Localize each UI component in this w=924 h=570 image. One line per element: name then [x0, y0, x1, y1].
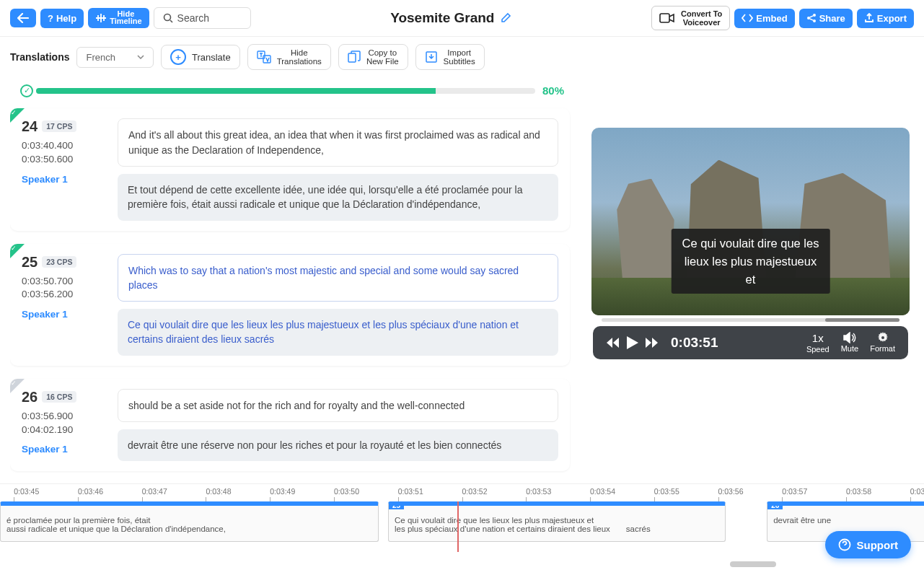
search-icon	[163, 13, 173, 23]
timeline[interactable]: 0:03:450:03:460:03:470:03:480:03:490:03:…	[0, 483, 924, 570]
code-icon	[742, 14, 753, 22]
original-text[interactable]: Which was to say that a nation's most ma…	[118, 254, 558, 302]
ruler-tick: 0:03:52	[462, 487, 488, 496]
status-ribbon	[10, 108, 25, 123]
import-icon	[425, 51, 438, 63]
timeline-clip[interactable]: 25Ce qui voulait dire que les lieux les …	[388, 501, 726, 542]
playhead[interactable]	[457, 501, 459, 552]
export-button[interactable]: Export	[857, 9, 914, 28]
speaker-label[interactable]: Speaker 1	[22, 174, 105, 185]
original-text[interactable]: And it's all about this great idea, an i…	[118, 118, 558, 167]
timeline-icon	[95, 13, 107, 23]
plus-icon: +	[170, 49, 186, 65]
translated-text[interactable]: devrait être une réserve non pour les ri…	[118, 429, 558, 461]
ruler-tick: 0:03:48	[206, 487, 231, 496]
video-icon	[659, 12, 675, 24]
check-icon: ✓	[20, 84, 33, 97]
ruler-tick: 0:03:53	[526, 487, 551, 496]
translated-text[interactable]: Ce qui voulait dire que les lieux les pl…	[118, 309, 558, 356]
subtitle-card[interactable]: 2616 CPS 0:03:56.9000:04:02.190 Speaker …	[10, 379, 570, 472]
cps-badge: 17 CPS	[42, 120, 76, 132]
search-input[interactable]: Search	[154, 7, 251, 29]
ruler-tick: 0:03:57	[782, 487, 807, 496]
timeline-tracks[interactable]: é proclamée pour la première fois, était…	[0, 501, 924, 552]
volume-icon	[843, 332, 856, 343]
clip-number: 26	[767, 501, 783, 509]
timecode: 0:03:56.9000:04:02.190	[22, 410, 105, 437]
language-select[interactable]: French	[76, 47, 153, 68]
cps-badge: 23 CPS	[42, 256, 76, 268]
subtitle-card[interactable]: 2523 CPS 0:03:50.7000:03:56.200 Speaker …	[10, 244, 570, 366]
speed-control[interactable]: 1xSpeed	[806, 332, 830, 354]
status-ribbon	[10, 379, 25, 393]
share-button[interactable]: Share	[799, 9, 853, 28]
project-title: Yosemite Grand	[255, 10, 648, 26]
play-icon[interactable]	[626, 336, 639, 350]
hide-timeline-button[interactable]: HideTimeline	[88, 8, 149, 28]
ruler-tick: 0:03:56	[718, 487, 744, 496]
edit-icon[interactable]	[500, 12, 511, 24]
progress-track[interactable]	[36, 88, 535, 94]
translations-label: Translations	[10, 51, 69, 63]
share-icon	[806, 13, 817, 23]
language-icon	[257, 51, 271, 63]
ruler-tick: 0:03:47	[142, 487, 167, 496]
cps-badge: 16 CPS	[42, 391, 76, 403]
gear-icon	[877, 332, 889, 343]
subtitle-meta: 2417 CPS 0:03:40.4000:03:50.600 Speaker …	[22, 118, 105, 220]
original-text[interactable]: should be a set aside not for the rich a…	[118, 389, 558, 422]
copy-icon	[348, 51, 361, 63]
help-icon	[838, 538, 851, 551]
progress-bar: ✓ 80%	[10, 77, 577, 104]
help-button[interactable]: ? Help	[40, 9, 84, 28]
translations-toolbar: Translations French + Translate HideTran…	[0, 37, 924, 77]
speaker-label[interactable]: Speaker 1	[22, 309, 105, 320]
export-icon	[864, 13, 874, 23]
embed-button[interactable]: Embed	[734, 9, 794, 28]
timecode: 0:03:50.7000:03:56.200	[22, 275, 105, 302]
subtitle-meta: 2523 CPS 0:03:50.7000:03:56.200 Speaker …	[22, 254, 105, 356]
ruler-tick: 0:03:58	[846, 487, 871, 496]
translate-button[interactable]: + Translate	[161, 45, 240, 69]
ruler-tick: 0:03:51	[398, 487, 423, 496]
translated-text[interactable]: Et tout dépend de cette excellente idée,…	[118, 174, 558, 221]
format-control[interactable]: Format	[870, 332, 895, 354]
video-caption: Ce qui voulait dire que les lieux les pl…	[671, 229, 830, 294]
copy-new-file-button[interactable]: Copy toNew File	[338, 44, 408, 70]
ruler-tick: 0:03:54	[590, 487, 615, 496]
video-scrubber[interactable]	[602, 318, 899, 322]
timeline-scrollbar[interactable]	[0, 561, 924, 567]
ruler-tick: 0:03:55	[654, 487, 679, 496]
svg-rect-1	[660, 14, 669, 22]
svg-rect-7	[348, 53, 356, 62]
ruler-tick: 0:03:59	[910, 487, 924, 496]
forward-icon[interactable]	[645, 337, 659, 348]
player-time: 0:03:51	[671, 335, 718, 351]
clip-number: 25	[389, 501, 404, 509]
status-ribbon	[10, 244, 25, 258]
back-button[interactable]	[10, 9, 36, 27]
subtitle-list[interactable]: 2417 CPS 0:03:40.4000:03:50.600 Speaker …	[10, 104, 577, 479]
ruler-tick: 0:03:49	[270, 487, 295, 496]
ruler-tick: 0:03:45	[14, 487, 39, 496]
question-icon: ?	[48, 13, 53, 24]
timeline-clip[interactable]: é proclamée pour la première fois, était…	[0, 501, 379, 542]
hide-translations-button[interactable]: HideTranslations	[247, 44, 331, 70]
support-button[interactable]: Support	[825, 531, 912, 558]
convert-voiceover-button[interactable]: Convert ToVoiceover	[651, 6, 730, 30]
player-controls: 0:03:51 1xSpeed Mute Format	[593, 326, 908, 359]
video-preview[interactable]: Ce qui voulait dire que les lieux les pl…	[591, 128, 910, 315]
import-subtitles-button[interactable]: ImportSubtitles	[415, 44, 485, 70]
svg-point-0	[164, 14, 170, 21]
timeline-ruler: 0:03:450:03:460:03:470:03:480:03:490:03:…	[0, 484, 924, 501]
timecode: 0:03:40.4000:03:50.600	[22, 139, 105, 167]
arrow-left-icon	[17, 13, 29, 23]
subtitle-meta: 2616 CPS 0:03:56.9000:04:02.190 Speaker …	[22, 389, 105, 462]
mute-control[interactable]: Mute	[841, 332, 858, 354]
progress-percent: 80%	[542, 84, 564, 97]
subtitle-card[interactable]: 2417 CPS 0:03:40.4000:03:50.600 Speaker …	[10, 108, 570, 230]
rewind-icon[interactable]	[606, 337, 620, 348]
ruler-tick: 0:03:46	[78, 487, 103, 496]
svg-point-2	[807, 17, 810, 19]
speaker-label[interactable]: Speaker 1	[22, 444, 105, 455]
